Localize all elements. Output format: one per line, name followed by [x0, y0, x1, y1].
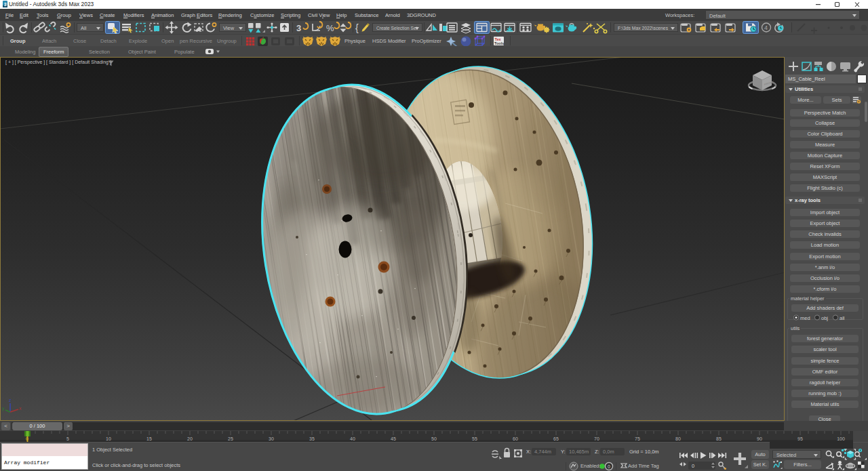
svg-text:5: 5 [66, 436, 69, 441]
svg-text:all: all [840, 315, 845, 321]
svg-text:75: 75 [635, 436, 640, 441]
svg-text:3: 3 [296, 23, 301, 33]
svg-text:med: med [800, 315, 810, 321]
svg-text:Tools: Tools [494, 41, 504, 45]
svg-text:50: 50 [431, 436, 437, 441]
svg-text:30: 30 [269, 436, 274, 441]
svg-text:45: 45 [391, 436, 396, 441]
svg-text:3: 3 [4, 2, 7, 7]
svg-text:15: 15 [146, 436, 152, 441]
svg-text:25: 25 [228, 436, 233, 441]
svg-text:0: 0 [608, 464, 610, 469]
svg-text:40: 40 [350, 436, 355, 441]
svg-text:%: % [326, 23, 334, 33]
svg-text:55: 55 [472, 436, 477, 441]
svg-text:4: 4 [764, 24, 768, 31]
svg-text:y: y [2, 406, 5, 411]
svg-text:35: 35 [309, 436, 315, 441]
svg-text:0: 0 [692, 463, 694, 469]
svg-text:60: 60 [513, 436, 518, 441]
svg-text:10: 10 [106, 436, 111, 441]
svg-text:20: 20 [187, 436, 193, 441]
svg-text:z: z [9, 398, 12, 403]
svg-text:obj: obj [821, 315, 828, 321]
svg-text:{: { [355, 22, 359, 33]
svg-text:85: 85 [716, 436, 722, 441]
svg-text:x: x [19, 406, 22, 411]
svg-text:95: 95 [797, 436, 803, 441]
svg-text:80: 80 [675, 436, 681, 441]
svg-text:65: 65 [553, 436, 559, 441]
svg-text:70: 70 [594, 436, 599, 441]
svg-text:100: 100 [837, 436, 845, 441]
svg-text:90: 90 [757, 436, 762, 441]
